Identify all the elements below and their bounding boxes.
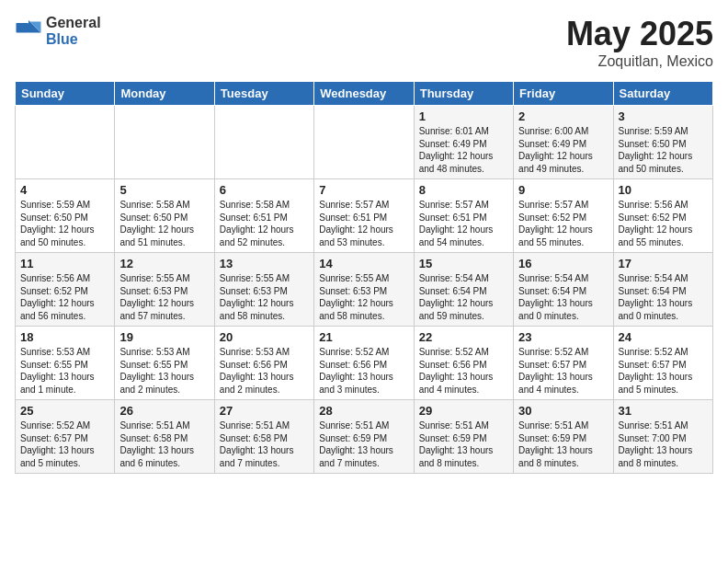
day-cell: 4Sunrise: 5:59 AM Sunset: 6:50 PM Daylig…: [16, 179, 115, 253]
day-number: 10: [619, 183, 708, 197]
day-number: 19: [119, 330, 209, 344]
day-cell: 24Sunrise: 5:52 AM Sunset: 6:57 PM Dayli…: [613, 327, 712, 400]
day-number: 25: [20, 404, 109, 418]
logo-general-text: General: [46, 15, 101, 31]
day-info: Sunrise: 5:52 AM Sunset: 6:57 PM Dayligh…: [619, 346, 708, 396]
day-number: 31: [619, 404, 708, 418]
logo-text: General Blue: [46, 15, 101, 47]
day-cell: 6Sunrise: 5:58 AM Sunset: 6:51 PM Daylig…: [214, 179, 313, 253]
day-info: Sunrise: 5:53 AM Sunset: 6:55 PM Dayligh…: [119, 346, 209, 396]
header-cell-saturday: Saturday: [613, 82, 712, 106]
day-number: 23: [518, 330, 608, 344]
day-cell: 5Sunrise: 5:58 AM Sunset: 6:50 PM Daylig…: [115, 179, 214, 253]
logo-icon: [15, 17, 42, 45]
day-info: Sunrise: 5:51 AM Sunset: 6:59 PM Dayligh…: [319, 419, 408, 469]
week-row-5: 25Sunrise: 5:52 AM Sunset: 6:57 PM Dayli…: [16, 400, 713, 474]
day-cell: 19Sunrise: 5:53 AM Sunset: 6:55 PM Dayli…: [115, 327, 214, 400]
header-cell-monday: Monday: [115, 82, 214, 106]
day-info: Sunrise: 5:54 AM Sunset: 6:54 PM Dayligh…: [419, 272, 508, 322]
day-cell: [115, 106, 214, 179]
day-info: Sunrise: 5:55 AM Sunset: 6:53 PM Dayligh…: [119, 272, 209, 322]
day-cell: [214, 106, 313, 179]
day-info: Sunrise: 5:52 AM Sunset: 6:56 PM Dayligh…: [419, 346, 508, 396]
day-cell: 22Sunrise: 5:52 AM Sunset: 6:56 PM Dayli…: [414, 327, 513, 400]
day-info: Sunrise: 5:57 AM Sunset: 6:51 PM Dayligh…: [319, 199, 408, 248]
day-info: Sunrise: 5:56 AM Sunset: 6:52 PM Dayligh…: [20, 272, 109, 322]
header-cell-sunday: Sunday: [16, 82, 115, 106]
day-cell: 28Sunrise: 5:51 AM Sunset: 6:59 PM Dayli…: [314, 400, 414, 474]
day-cell: 3Sunrise: 5:59 AM Sunset: 6:50 PM Daylig…: [613, 106, 712, 179]
logo-blue-text: Blue: [46, 31, 101, 48]
day-info: Sunrise: 5:52 AM Sunset: 6:56 PM Dayligh…: [319, 346, 408, 396]
logo: General Blue: [15, 15, 101, 47]
day-number: 29: [419, 404, 508, 418]
day-info: Sunrise: 5:57 AM Sunset: 6:52 PM Dayligh…: [518, 199, 608, 248]
day-number: 2: [518, 109, 608, 123]
day-cell: 27Sunrise: 5:51 AM Sunset: 6:58 PM Dayli…: [214, 400, 313, 474]
day-info: Sunrise: 5:58 AM Sunset: 6:50 PM Dayligh…: [119, 199, 209, 248]
svg-rect-0: [17, 23, 29, 33]
title-block: May 2025 Zoquitlan, Mexico: [566, 15, 713, 70]
calendar-header: SundayMondayTuesdayWednesdayThursdayFrid…: [16, 82, 713, 106]
day-number: 18: [20, 330, 109, 344]
day-cell: [16, 106, 115, 179]
day-cell: 10Sunrise: 5:56 AM Sunset: 6:52 PM Dayli…: [613, 179, 712, 253]
day-number: 27: [220, 404, 309, 418]
day-info: Sunrise: 5:51 AM Sunset: 7:00 PM Dayligh…: [619, 419, 708, 469]
day-cell: 16Sunrise: 5:54 AM Sunset: 6:54 PM Dayli…: [514, 253, 613, 327]
day-cell: 31Sunrise: 5:51 AM Sunset: 7:00 PM Dayli…: [613, 400, 712, 474]
day-number: 20: [220, 330, 309, 344]
day-number: 30: [518, 404, 608, 418]
day-info: Sunrise: 5:59 AM Sunset: 6:50 PM Dayligh…: [20, 199, 109, 248]
day-cell: 14Sunrise: 5:55 AM Sunset: 6:53 PM Dayli…: [314, 253, 414, 327]
day-number: 12: [119, 257, 209, 270]
day-cell: 26Sunrise: 5:51 AM Sunset: 6:58 PM Dayli…: [115, 400, 214, 474]
day-number: 9: [518, 183, 608, 197]
day-info: Sunrise: 5:58 AM Sunset: 6:51 PM Dayligh…: [220, 199, 309, 248]
day-cell: 25Sunrise: 5:52 AM Sunset: 6:57 PM Dayli…: [16, 400, 115, 474]
header-cell-friday: Friday: [514, 82, 613, 106]
header-cell-thursday: Thursday: [414, 82, 513, 106]
day-info: Sunrise: 6:01 AM Sunset: 6:49 PM Dayligh…: [419, 125, 508, 175]
week-row-3: 11Sunrise: 5:56 AM Sunset: 6:52 PM Dayli…: [16, 253, 713, 327]
day-cell: 2Sunrise: 6:00 AM Sunset: 6:49 PM Daylig…: [514, 106, 613, 179]
day-cell: 9Sunrise: 5:57 AM Sunset: 6:52 PM Daylig…: [514, 179, 613, 253]
day-cell: 20Sunrise: 5:53 AM Sunset: 6:56 PM Dayli…: [214, 327, 313, 400]
day-info: Sunrise: 5:51 AM Sunset: 6:59 PM Dayligh…: [419, 419, 508, 469]
day-cell: 13Sunrise: 5:55 AM Sunset: 6:53 PM Dayli…: [214, 253, 313, 327]
day-info: Sunrise: 5:52 AM Sunset: 6:57 PM Dayligh…: [518, 346, 608, 396]
day-number: 14: [319, 257, 408, 270]
day-number: 1: [419, 109, 508, 123]
day-info: Sunrise: 5:55 AM Sunset: 6:53 PM Dayligh…: [220, 272, 309, 322]
calendar-title: May 2025: [566, 15, 713, 53]
day-cell: 29Sunrise: 5:51 AM Sunset: 6:59 PM Dayli…: [414, 400, 513, 474]
week-row-4: 18Sunrise: 5:53 AM Sunset: 6:55 PM Dayli…: [16, 327, 713, 400]
day-info: Sunrise: 5:54 AM Sunset: 6:54 PM Dayligh…: [518, 272, 608, 322]
day-number: 5: [119, 183, 209, 197]
day-info: Sunrise: 5:54 AM Sunset: 6:54 PM Dayligh…: [619, 272, 708, 322]
day-cell: 11Sunrise: 5:56 AM Sunset: 6:52 PM Dayli…: [16, 253, 115, 327]
day-cell: 1Sunrise: 6:01 AM Sunset: 6:49 PM Daylig…: [414, 106, 513, 179]
day-cell: 8Sunrise: 5:57 AM Sunset: 6:51 PM Daylig…: [414, 179, 513, 253]
day-number: 22: [419, 330, 508, 344]
day-info: Sunrise: 5:51 AM Sunset: 6:58 PM Dayligh…: [119, 419, 209, 469]
day-cell: 23Sunrise: 5:52 AM Sunset: 6:57 PM Dayli…: [514, 327, 613, 400]
day-info: Sunrise: 5:53 AM Sunset: 6:55 PM Dayligh…: [20, 346, 109, 396]
week-row-1: 1Sunrise: 6:01 AM Sunset: 6:49 PM Daylig…: [16, 106, 713, 179]
day-cell: 18Sunrise: 5:53 AM Sunset: 6:55 PM Dayli…: [16, 327, 115, 400]
day-info: Sunrise: 5:52 AM Sunset: 6:57 PM Dayligh…: [20, 419, 109, 469]
day-number: 7: [319, 183, 408, 197]
day-cell: [314, 106, 414, 179]
day-info: Sunrise: 5:59 AM Sunset: 6:50 PM Dayligh…: [619, 125, 708, 175]
day-cell: 17Sunrise: 5:54 AM Sunset: 6:54 PM Dayli…: [613, 253, 712, 327]
day-number: 6: [220, 183, 309, 197]
day-number: 17: [619, 257, 708, 270]
day-info: Sunrise: 5:56 AM Sunset: 6:52 PM Dayligh…: [619, 199, 708, 248]
day-cell: 21Sunrise: 5:52 AM Sunset: 6:56 PM Dayli…: [314, 327, 414, 400]
day-cell: 12Sunrise: 5:55 AM Sunset: 6:53 PM Dayli…: [115, 253, 214, 327]
calendar-body: 1Sunrise: 6:01 AM Sunset: 6:49 PM Daylig…: [16, 106, 713, 474]
day-number: 26: [119, 404, 209, 418]
day-cell: 7Sunrise: 5:57 AM Sunset: 6:51 PM Daylig…: [314, 179, 414, 253]
calendar-subtitle: Zoquitlan, Mexico: [566, 53, 713, 70]
week-row-2: 4Sunrise: 5:59 AM Sunset: 6:50 PM Daylig…: [16, 179, 713, 253]
